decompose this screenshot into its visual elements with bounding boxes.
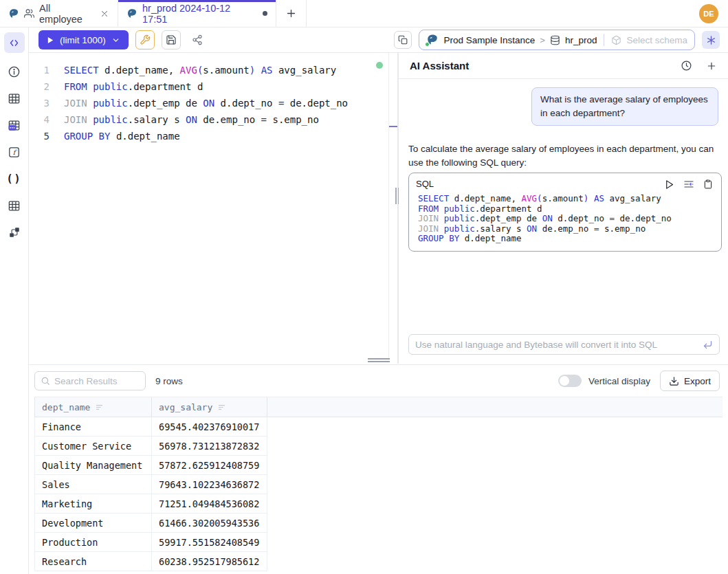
table-row[interactable]: Quality Management57872.625912408759 xyxy=(34,456,267,475)
line-number: 5 xyxy=(29,128,49,144)
info-icon[interactable] xyxy=(2,64,27,79)
table-header-row: dept_name avg_salary xyxy=(34,397,723,417)
user-avatar[interactable]: DE xyxy=(699,4,718,23)
row-count-label: 9 rows xyxy=(155,376,183,386)
database-name: hr_prod xyxy=(565,35,597,45)
table-row[interactable]: Production59917.551582408549 xyxy=(34,533,267,552)
user-message-bubble: What is the average salary of employees … xyxy=(531,87,718,126)
batch-mode-icon[interactable] xyxy=(394,31,412,49)
ai-assistant-panel: AI Assistant What is the average salary … xyxy=(399,53,728,364)
tab-all-employee[interactable]: All employee xyxy=(0,0,118,27)
admin-wrench-button[interactable] xyxy=(135,30,155,49)
editor-scrollbar[interactable] xyxy=(388,53,397,360)
cell-avg-salary: 57872.625912408759 xyxy=(152,456,267,474)
code-line: JOIN public.dept_emp de ON d.dept_no = d… xyxy=(418,214,714,224)
left-sidebar-rail: f () xyxy=(0,27,29,574)
sql-editor-app: All employee hr_prod 2024-10-12 17:51 DE xyxy=(0,0,728,574)
cell-avg-salary: 71251.049484536082 xyxy=(152,494,267,513)
save-button[interactable] xyxy=(162,30,181,49)
instance-name: Prod Sample Instance xyxy=(443,35,535,45)
code-line: SELECT d.dept_name, AVG(s.amount) AS avg… xyxy=(418,194,714,204)
submit-return-icon[interactable] xyxy=(703,340,713,350)
code-line: 1SELECT d.dept_name, AVG(s.amount) AS av… xyxy=(29,62,388,78)
table-row[interactable]: Development61466.302005943536 xyxy=(34,514,267,533)
connection-selector[interactable]: Prod Sample Instance > hr_prod Select sc… xyxy=(419,30,695,50)
cell-avg-salary: 60238.952517985612 xyxy=(152,552,267,571)
history-clock-icon[interactable] xyxy=(681,60,692,71)
sort-icon xyxy=(95,403,104,412)
search-icon xyxy=(41,376,50,386)
ai-prompt-input[interactable]: Use natural language and Bytebase will c… xyxy=(408,334,720,355)
column-header-dept-name[interactable]: dept_name xyxy=(35,397,152,417)
postgres-icon xyxy=(8,8,19,19)
assistant-code-block: SQL SELECT d.dept_name, AVG(s.amount) xyxy=(408,173,722,252)
table-grid-icon-2[interactable] xyxy=(2,198,27,213)
divider xyxy=(604,34,604,46)
schema-flow-icon[interactable] xyxy=(2,225,27,240)
vertical-display-label: Vertical display xyxy=(588,376,650,386)
new-chat-plus-icon[interactable] xyxy=(706,60,717,71)
table-grid-icon[interactable] xyxy=(2,91,27,106)
database-icon xyxy=(550,35,560,45)
run-sql-icon[interactable] xyxy=(664,179,674,190)
sql-editor[interactable]: 1SELECT d.dept_name, AVG(s.amount) AS av… xyxy=(29,53,388,360)
table-body: Finance69545.402376910017Customer Servic… xyxy=(34,417,723,571)
editor-toolbar: (limit 1000) Prod Sample Instance > h xyxy=(29,27,728,53)
cell-dept-name: Sales xyxy=(35,475,152,494)
table-header-filler xyxy=(267,397,723,417)
sample-data-icon[interactable] xyxy=(2,118,27,133)
editor-status-dot xyxy=(376,62,383,69)
cell-dept-name: Production xyxy=(35,533,152,551)
brackets-icon[interactable]: () xyxy=(2,171,27,186)
shared-sheet-icon xyxy=(24,8,34,19)
search-placeholder: Search Results xyxy=(54,376,118,386)
openai-assistant-icon[interactable] xyxy=(702,31,720,49)
results-table: dept_name avg_salary Finance69545.402376… xyxy=(34,397,723,571)
cell-dept-name: Development xyxy=(35,514,152,532)
line-number: 2 xyxy=(29,78,49,95)
table-row[interactable]: Sales79643.102234636872 xyxy=(34,475,267,494)
copy-sql-icon[interactable] xyxy=(703,179,713,189)
query-results-panel: Search Results 9 rows Vertical display E… xyxy=(29,364,728,574)
tab-label: All employee xyxy=(39,3,95,25)
cell-avg-salary: 79643.102234636872 xyxy=(152,475,267,494)
export-button[interactable]: Export xyxy=(660,371,720,391)
svg-text:f: f xyxy=(13,148,17,155)
table-row[interactable]: Customer Service56978.731213872832 xyxy=(34,437,267,456)
assistant-sql-code: SELECT d.dept_name, AVG(s.amount) AS avg… xyxy=(409,192,721,251)
sql-editor-nav-button[interactable] xyxy=(4,32,25,53)
code-line: 3JOIN public.dept_emp de ON d.dept_no = … xyxy=(29,95,388,111)
search-results-input[interactable]: Search Results xyxy=(34,371,146,390)
select-schema-placeholder[interactable]: Select schema xyxy=(626,35,687,45)
tab-bar: All employee hr_prod 2024-10-12 17:51 DE xyxy=(0,0,728,27)
horizontal-splitter-handle[interactable] xyxy=(368,358,390,364)
tab-label: hr_prod 2024-10-12 17:51 xyxy=(142,3,258,25)
code-line: 2FROM public.department d xyxy=(29,78,388,95)
download-icon xyxy=(669,376,679,386)
code-line: 4JOIN public.salary s ON de.emp_no = s.e… xyxy=(29,111,388,128)
schema-cube-icon xyxy=(611,35,621,45)
ai-assistant-header: AI Assistant xyxy=(399,53,728,79)
share-button[interactable] xyxy=(188,30,207,49)
overview-ruler-mark xyxy=(389,126,397,127)
unsaved-indicator xyxy=(263,11,267,16)
table-row[interactable]: Research60238.952517985612 xyxy=(34,552,267,571)
tab-hr-prod[interactable]: hr_prod 2024-10-12 17:51 xyxy=(118,0,276,27)
table-row[interactable]: Marketing71251.049484536082 xyxy=(34,494,267,514)
run-query-button[interactable]: (limit 1000) xyxy=(38,30,129,49)
table-row[interactable]: Finance69545.402376910017 xyxy=(34,417,267,437)
close-tab-icon[interactable] xyxy=(100,9,109,19)
editor-code: 1SELECT d.dept_name, AVG(s.amount) AS av… xyxy=(29,62,388,144)
cell-dept-name: Quality Management xyxy=(35,456,152,474)
new-tab-button[interactable] xyxy=(276,0,307,27)
ai-input-placeholder: Use natural language and Bytebase will c… xyxy=(415,340,703,350)
column-header-avg-salary[interactable]: avg_salary xyxy=(152,397,267,417)
vertical-display-toggle[interactable] xyxy=(558,375,582,387)
function-icon[interactable]: f xyxy=(2,144,27,159)
insert-sql-icon[interactable] xyxy=(683,179,694,190)
cell-dept-name: Finance xyxy=(35,417,152,436)
cell-avg-salary: 56978.731213872832 xyxy=(152,437,267,455)
play-icon xyxy=(47,36,54,44)
cell-avg-salary: 61466.302005943536 xyxy=(152,514,267,532)
cell-avg-salary: 59917.551582408549 xyxy=(152,533,267,551)
